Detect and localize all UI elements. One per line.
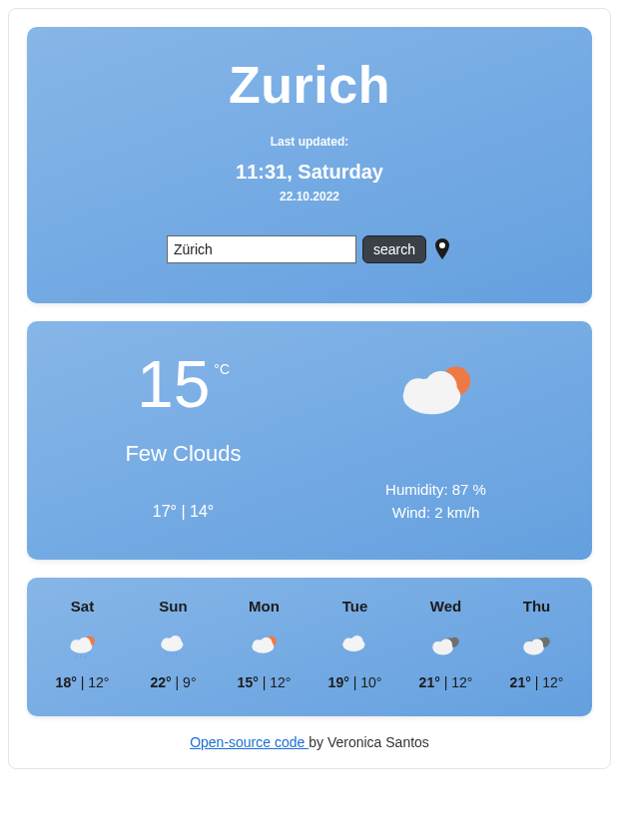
forecast-temps: 21° | 12° [491,674,582,690]
rain-icon [310,632,400,660]
current-high-low: 17° | 14° [57,503,310,521]
forecast-day: Mon 15° | 12° [219,598,310,690]
app-frame: Zurich Last updated: 11:31, Saturday 22.… [8,8,611,769]
open-source-link[interactable]: Open-source code [190,734,309,750]
forecast-day-name: Thu [491,598,582,615]
current-weather-card: 15 °C Few Clouds 17° | 14° Humidity: 8 [27,321,592,560]
forecast-day-name: Tue [310,598,400,615]
temp-unit: °C [214,361,230,377]
current-condition: Few Clouds [57,441,310,467]
search-row: search [47,235,572,263]
few-clouds-sm-icon [219,632,310,660]
svg-point-21 [260,637,272,649]
svg-line-11 [85,655,86,658]
forecast-day: Sun 22° | 9° [128,598,219,690]
current-temp-wrap: 15 °C [57,351,310,417]
svg-point-0 [439,242,445,248]
forecast-temps: 21° | 12° [400,674,491,690]
forecast-day-name: Mon [219,598,310,615]
svg-line-25 [347,653,348,656]
header-card: Zurich Last updated: 11:31, Saturday 22.… [27,27,592,303]
svg-line-16 [171,653,172,656]
svg-point-14 [169,635,181,647]
search-button[interactable]: search [362,235,426,263]
current-left: 15 °C Few Clouds 17° | 14° [57,351,310,524]
svg-line-27 [357,653,358,656]
svg-line-26 [352,653,353,656]
humidity-label: Humidity: 87 % [310,479,562,502]
svg-point-4 [424,371,456,403]
forecast-day: Sat 18° | 12° [37,598,128,690]
svg-line-10 [80,655,81,658]
forecast-day-name: Sat [37,598,128,615]
forecast-card: Sat 18° | 12° Sun 22° | 9° Mon 15° | 12°… [27,578,592,716]
forecast-temps: 19° | 10° [310,674,400,690]
current-high: 17° [153,503,177,520]
forecast-day: Tue 19° | 10° [310,598,400,690]
forecast-day-name: Sun [128,598,219,615]
last-updated-label: Last updated: [47,135,572,149]
few-clouds-icon [310,351,562,429]
overcast-icon [491,632,582,660]
svg-line-9 [75,655,76,658]
hilo-separator: | [181,503,190,520]
forecast-temps: 18° | 12° [37,674,128,690]
forecast-temps: 15° | 12° [219,674,310,690]
current-low: 14° [190,503,214,520]
footer-byline: by Veronica Santos [309,734,429,750]
svg-line-15 [166,653,167,656]
footer: Open-source code by Veronica Santos [27,734,592,750]
city-name: Zurich [47,55,572,115]
svg-point-24 [350,635,362,647]
svg-line-17 [176,653,177,656]
rain-icon [128,632,219,660]
city-search-input[interactable] [167,235,356,263]
current-temp: 15 [137,351,210,417]
forecast-temps: 22° | 9° [128,674,219,690]
overcast-icon [400,632,491,660]
forecast-day-name: Wed [400,598,491,615]
last-updated-date: 22.10.2022 [47,190,572,204]
svg-point-37 [531,638,543,650]
svg-point-32 [440,638,452,650]
current-metrics: Humidity: 87 % Wind: 2 km/h [310,479,562,524]
current-right: Humidity: 87 % Wind: 2 km/h [310,351,562,524]
forecast-day: Wed 21° | 12° [400,598,491,690]
last-updated-time: 11:31, Saturday [47,161,572,184]
wind-label: Wind: 2 km/h [310,502,562,525]
svg-point-8 [78,637,90,649]
forecast-day: Thu 21° | 12° [491,598,582,690]
rain-sun-icon [37,632,128,660]
location-pin-icon[interactable] [432,237,452,261]
